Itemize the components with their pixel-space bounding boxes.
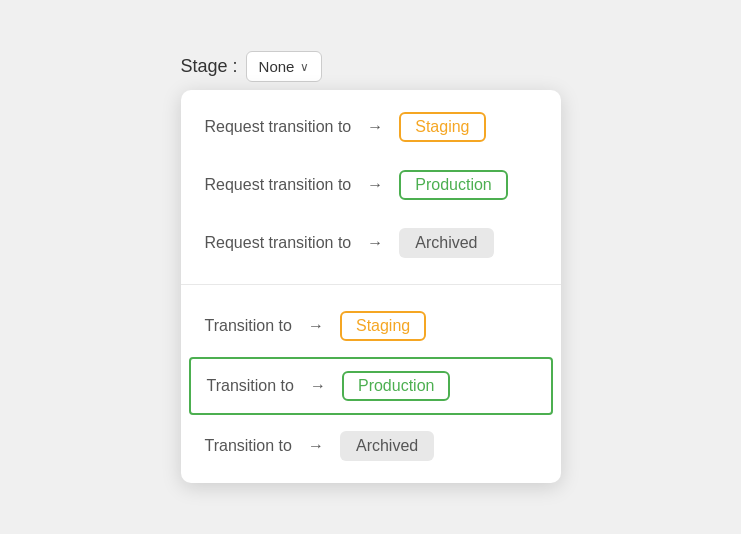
- stage-label: Stage :: [181, 56, 238, 77]
- arrow-icon: →: [310, 377, 326, 395]
- arrow-icon: →: [367, 118, 383, 136]
- request-production-text: Request transition to: [205, 176, 352, 194]
- stage-row: Stage : None ∨: [181, 51, 561, 82]
- request-archived-text: Request transition to: [205, 234, 352, 252]
- transition-section: Transition to → Staging Transition to → …: [181, 289, 561, 483]
- transition-staging-text: Transition to: [205, 317, 292, 335]
- request-staging-item[interactable]: Request transition to → Staging: [181, 98, 561, 156]
- staging-badge: Staging: [399, 112, 485, 142]
- request-staging-text: Request transition to: [205, 118, 352, 136]
- transition-production-text: Transition to: [207, 377, 294, 395]
- section-divider: [181, 284, 561, 285]
- production-badge: Production: [399, 170, 508, 200]
- chevron-down-icon: ∨: [300, 60, 309, 74]
- page-wrapper: Stage : None ∨ Request transition to → S…: [181, 51, 561, 483]
- arrow-icon: →: [308, 317, 324, 335]
- stage-select-value: None: [259, 58, 295, 75]
- stage-select-button[interactable]: None ∨: [246, 51, 323, 82]
- request-production-item[interactable]: Request transition to → Production: [181, 156, 561, 214]
- archived-badge: Archived: [399, 228, 493, 258]
- transition-production-item[interactable]: Transition to → Production: [189, 357, 553, 415]
- request-section: Request transition to → Staging Request …: [181, 90, 561, 280]
- transition-archived-text: Transition to: [205, 437, 292, 455]
- production-badge-2: Production: [342, 371, 451, 401]
- dropdown-panel: Request transition to → Staging Request …: [181, 90, 561, 483]
- arrow-icon: →: [308, 437, 324, 455]
- arrow-icon: →: [367, 234, 383, 252]
- staging-badge-2: Staging: [340, 311, 426, 341]
- transition-staging-item[interactable]: Transition to → Staging: [181, 297, 561, 355]
- request-archived-item[interactable]: Request transition to → Archived: [181, 214, 561, 272]
- transition-archived-item[interactable]: Transition to → Archived: [181, 417, 561, 475]
- archived-badge-2: Archived: [340, 431, 434, 461]
- arrow-icon: →: [367, 176, 383, 194]
